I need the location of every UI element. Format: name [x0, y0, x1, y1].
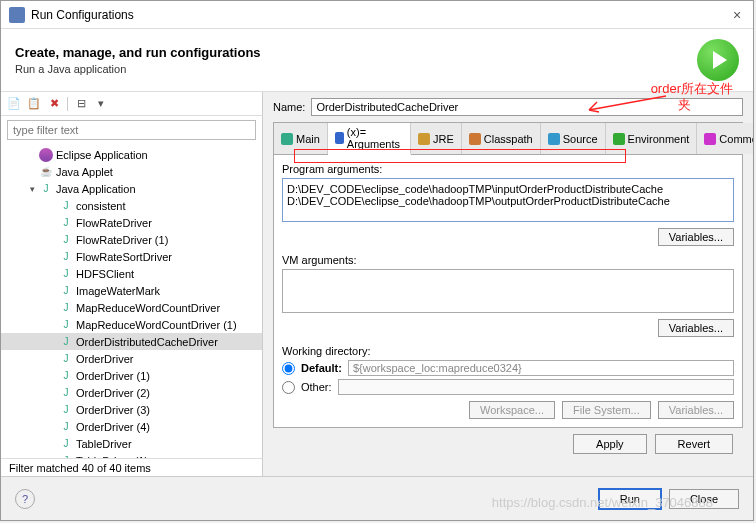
- filter-status: Filter matched 40 of 40 items: [1, 458, 262, 477]
- tree-item-label: OrderDriver (3): [76, 404, 150, 416]
- program-args-label: Program arguments:: [282, 163, 734, 175]
- tab-label: Source: [563, 133, 598, 145]
- tab-classpath[interactable]: Classpath: [462, 123, 541, 154]
- program-args-input[interactable]: [282, 178, 734, 222]
- tree-item-imagewatermark[interactable]: JImageWaterMark: [1, 282, 262, 299]
- wd-other-label: Other:: [301, 381, 332, 393]
- tree-item-orderdistributedcachedriver[interactable]: JOrderDistributedCacheDriver: [1, 333, 262, 350]
- j-icon: J: [59, 199, 73, 213]
- tree-item-flowratesortdriver[interactable]: JFlowRateSortDriver: [1, 248, 262, 265]
- j-icon: J: [59, 335, 73, 349]
- j-icon: J: [59, 267, 73, 281]
- tree-item-label: ImageWaterMark: [76, 285, 160, 297]
- new-config-icon[interactable]: 📄: [5, 95, 23, 113]
- tab-jre[interactable]: JRE: [411, 123, 462, 154]
- tab-label: Classpath: [484, 133, 533, 145]
- tree-item-label: OrderDriver: [76, 353, 133, 365]
- apply-button[interactable]: Apply: [573, 434, 647, 454]
- filesystem-button[interactable]: File System...: [562, 401, 651, 419]
- config-tree[interactable]: Eclipse Application☕Java Applet▾JJava Ap…: [1, 144, 262, 458]
- j-icon: J: [59, 250, 73, 264]
- tree-item-java-applet[interactable]: ☕Java Applet: [1, 163, 262, 180]
- tree-item-label: OrderDriver (4): [76, 421, 150, 433]
- tree-item-label: MapReduceWordCountDriver: [76, 302, 220, 314]
- eclipse-icon: [39, 148, 53, 162]
- tree-item-consistent[interactable]: Jconsistent: [1, 197, 262, 214]
- filter-icon[interactable]: ▾: [92, 95, 110, 113]
- run-button[interactable]: Run: [599, 489, 661, 509]
- vm-args-input[interactable]: [282, 269, 734, 313]
- tree-item-eclipse-application[interactable]: Eclipse Application: [1, 146, 262, 163]
- tab-environment[interactable]: Environment: [606, 123, 698, 154]
- tree-item-label: Eclipse Application: [56, 149, 148, 161]
- twisty-icon[interactable]: ▾: [25, 184, 39, 194]
- delete-icon[interactable]: ✖: [45, 95, 63, 113]
- run-icon: [697, 39, 739, 81]
- close-button[interactable]: Close: [669, 489, 739, 509]
- tree-item-tabledriver[interactable]: JTableDriver: [1, 435, 262, 452]
- tree-item-orderdriver[interactable]: JOrderDriver: [1, 350, 262, 367]
- tree-item-orderdriver-3-[interactable]: JOrderDriver (3): [1, 401, 262, 418]
- vm-variables-button[interactable]: Variables...: [658, 319, 734, 337]
- tab-bar: Main(x)= Arguments JRE Classpath Source …: [273, 122, 743, 154]
- j-icon: J: [59, 284, 73, 298]
- tree-item-orderdriver-2-[interactable]: JOrderDriver (2): [1, 384, 262, 401]
- j-icon: J: [39, 182, 53, 196]
- tab-label: Environment: [628, 133, 690, 145]
- tab-icon: [469, 133, 481, 145]
- tree-item-label: FlowRateDriver (1): [76, 234, 168, 246]
- filter-input[interactable]: [7, 120, 256, 140]
- tree-item-orderdriver-4-[interactable]: JOrderDriver (4): [1, 418, 262, 435]
- tab-icon: [548, 133, 560, 145]
- wd-other-radio[interactable]: [282, 381, 295, 394]
- tab-label: Common: [719, 133, 753, 145]
- tree-item-label: FlowRateDriver: [76, 217, 152, 229]
- tab-source[interactable]: Source: [541, 123, 606, 154]
- working-dir-label: Working directory:: [282, 345, 734, 357]
- tree-item-label: OrderDriver (1): [76, 370, 150, 382]
- wd-default-value[interactable]: [348, 360, 734, 376]
- tab-icon: [613, 133, 625, 145]
- left-toolbar: 📄 📋 ✖ ⊟ ▾: [1, 92, 262, 116]
- wd-default-label: Default:: [301, 362, 342, 374]
- j-icon: J: [59, 420, 73, 434]
- tree-item-label: FlowRateSortDriver: [76, 251, 172, 263]
- duplicate-icon[interactable]: 📋: [25, 95, 43, 113]
- tree-item-flowratedriver-1-[interactable]: JFlowRateDriver (1): [1, 231, 262, 248]
- workspace-button[interactable]: Workspace...: [469, 401, 555, 419]
- j-icon: J: [59, 216, 73, 230]
- tree-item-label: MapReduceWordCountDriver (1): [76, 319, 237, 331]
- tab-icon: [704, 133, 716, 145]
- tree-item-label: consistent: [76, 200, 126, 212]
- j-icon: J: [59, 369, 73, 383]
- tab-arguments[interactable]: (x)= Arguments: [328, 123, 411, 155]
- tree-item-mapreducewordcountdriver-1-[interactable]: JMapReduceWordCountDriver (1): [1, 316, 262, 333]
- tree-item-hdfsclient[interactable]: JHDFSClient: [1, 265, 262, 282]
- header-title: Create, manage, and run configurations: [15, 45, 261, 60]
- wd-variables-button[interactable]: Variables...: [658, 401, 734, 419]
- window-title: Run Configurations: [31, 8, 729, 22]
- tree-item-flowratedriver[interactable]: JFlowRateDriver: [1, 214, 262, 231]
- collapse-icon[interactable]: ⊟: [72, 95, 90, 113]
- header-subtitle: Run a Java application: [15, 63, 261, 75]
- java-icon: ☕: [39, 165, 53, 179]
- program-variables-button[interactable]: Variables...: [658, 228, 734, 246]
- wd-default-radio[interactable]: [282, 362, 295, 375]
- help-icon[interactable]: ?: [15, 489, 35, 509]
- j-icon: J: [59, 403, 73, 417]
- tab-icon: [418, 133, 430, 145]
- tree-item-mapreducewordcountdriver[interactable]: JMapReduceWordCountDriver: [1, 299, 262, 316]
- tree-item-java-application[interactable]: ▾JJava Application: [1, 180, 262, 197]
- j-icon: J: [59, 437, 73, 451]
- revert-button[interactable]: Revert: [655, 434, 733, 454]
- j-icon: J: [59, 301, 73, 315]
- tree-item-orderdriver-1-[interactable]: JOrderDriver (1): [1, 367, 262, 384]
- tab-common[interactable]: Common: [697, 123, 753, 154]
- vm-args-label: VM arguments:: [282, 254, 734, 266]
- close-icon[interactable]: ×: [729, 7, 745, 23]
- name-input[interactable]: [311, 98, 743, 116]
- app-icon: [9, 7, 25, 23]
- wd-other-value[interactable]: [338, 379, 734, 395]
- tree-item-label: TableDriver: [76, 438, 132, 450]
- tab-main[interactable]: Main: [274, 123, 328, 154]
